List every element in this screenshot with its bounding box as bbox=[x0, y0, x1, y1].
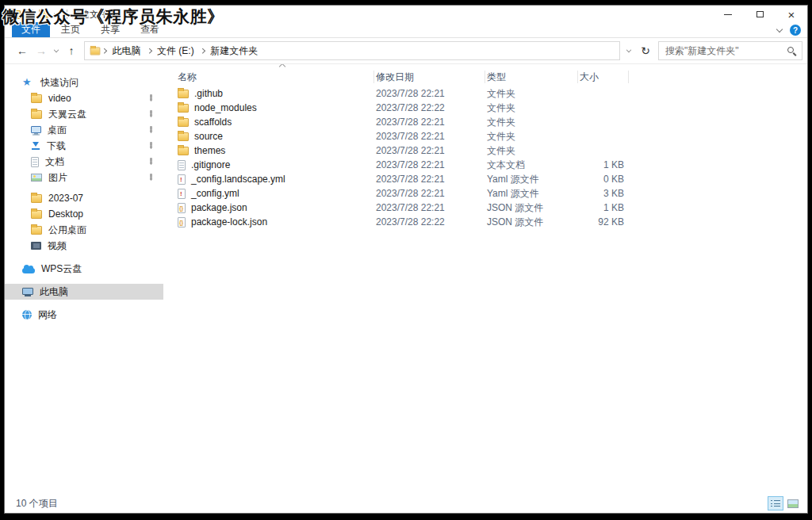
file-name: package.json bbox=[191, 202, 247, 213]
sidebar-item-label: 公用桌面 bbox=[48, 224, 86, 237]
column-headers: 名称 修改日期 类型 大小 bbox=[176, 69, 807, 85]
sidebar-item-label: 天翼云盘 bbox=[48, 108, 86, 121]
maximize-button[interactable] bbox=[744, 6, 776, 23]
table-row[interactable]: package.json 2023/7/28 22:21 JSON 源文件 1 … bbox=[176, 201, 807, 215]
recent-locations-chevron[interactable] bbox=[51, 41, 62, 60]
pin-icon[interactable] bbox=[147, 142, 155, 150]
sidebar-item[interactable]: 文档 bbox=[5, 154, 163, 170]
column-header-size[interactable]: 大小 bbox=[578, 71, 629, 83]
search-input[interactable] bbox=[665, 45, 787, 56]
chevron-down-icon bbox=[626, 47, 631, 52]
breadcrumb-this-pc[interactable]: 此电脑 bbox=[108, 44, 146, 58]
file-type: Yaml 源文件 bbox=[485, 173, 578, 186]
computer-icon bbox=[22, 288, 33, 295]
forward-button[interactable]: → bbox=[32, 41, 51, 60]
watermark-text: 微信公众号《程序员朱永胜》 bbox=[2, 6, 224, 28]
file-rows: .github 2023/7/28 22:21 文件夹 node_modules… bbox=[176, 86, 807, 229]
table-row[interactable]: scaffolds 2023/7/28 22:21 文件夹 bbox=[176, 115, 807, 129]
address-dropdown-button[interactable] bbox=[622, 41, 636, 60]
sidebar-item[interactable]: 网络 bbox=[5, 307, 163, 323]
sidebar-item[interactable]: 下载 bbox=[5, 138, 163, 154]
sidebar-item[interactable]: 视频 bbox=[5, 238, 163, 254]
sidebar-item[interactable]: WPS云盘 bbox=[5, 261, 163, 277]
refresh-button[interactable]: ↻ bbox=[636, 41, 655, 60]
column-header-date[interactable]: 修改日期 bbox=[374, 71, 485, 83]
folder-icon bbox=[178, 147, 189, 155]
pin-icon[interactable] bbox=[147, 174, 155, 182]
sidebar-item[interactable]: 2023-07 bbox=[5, 190, 163, 206]
table-row[interactable]: node_modules 2023/7/28 22:22 文件夹 bbox=[176, 101, 807, 115]
large-icons-view-icon bbox=[787, 499, 799, 508]
column-header-type[interactable]: 类型 bbox=[485, 71, 578, 83]
sidebar-item[interactable]: video bbox=[5, 90, 163, 106]
json-file-icon bbox=[178, 217, 186, 228]
star-icon bbox=[22, 77, 34, 89]
address-folder-icon bbox=[90, 48, 101, 55]
sidebar-item[interactable]: 桌面 bbox=[5, 122, 163, 138]
sidebar-item-label: 图片 bbox=[48, 171, 67, 185]
file-name: source bbox=[194, 131, 223, 142]
file-date-modified: 2023/7/28 22:21 bbox=[374, 117, 485, 128]
search-icon[interactable] bbox=[787, 46, 797, 56]
main-content: 快速访问 video 天翼云盘 桌面 下载 文档 图片 2023-07 Desk… bbox=[5, 64, 807, 494]
sidebar-item[interactable]: 快速访问 bbox=[5, 75, 163, 90]
sidebar-item-label: Desktop bbox=[48, 208, 83, 220]
file-name: themes bbox=[194, 145, 225, 156]
folder-icon bbox=[31, 210, 42, 219]
up-button[interactable]: ↑ bbox=[62, 41, 81, 60]
sidebar-item[interactable]: 此电脑 bbox=[5, 284, 163, 300]
network-icon bbox=[22, 310, 32, 319]
pin-icon[interactable] bbox=[147, 94, 155, 102]
table-row[interactable]: .gitignore 2023/7/28 22:21 文本文档 1 KB bbox=[176, 158, 807, 172]
status-bar: 10 个项目 bbox=[5, 494, 807, 513]
sidebar-item-label: 2023-07 bbox=[48, 193, 83, 204]
file-type: 文件夹 bbox=[485, 87, 578, 101]
expand-ribbon-chevron-icon[interactable] bbox=[776, 25, 783, 32]
pin-icon[interactable] bbox=[147, 110, 155, 118]
sidebar-item-label: 此电脑 bbox=[40, 285, 68, 299]
file-date-modified: 2023/7/28 22:21 bbox=[374, 131, 485, 142]
chevron-down-icon bbox=[54, 47, 59, 52]
column-header-name[interactable]: 名称 bbox=[176, 71, 374, 83]
large-icons-view-button[interactable] bbox=[785, 496, 801, 510]
breadcrumb-current-folder[interactable]: 新建文件夹 bbox=[205, 44, 262, 58]
sidebar-item[interactable]: 天翼云盘 bbox=[5, 106, 163, 122]
sidebar-item[interactable]: 图片 bbox=[5, 170, 163, 185]
sidebar-item[interactable]: 公用桌面 bbox=[5, 222, 163, 238]
minimize-icon bbox=[724, 14, 732, 15]
video-icon bbox=[31, 242, 41, 250]
close-icon: × bbox=[788, 9, 795, 21]
file-name: _config.yml bbox=[191, 188, 239, 199]
desktop-icon bbox=[31, 126, 41, 133]
address-bar[interactable]: 此电脑 文件 (E:) 新建文件夹 bbox=[84, 41, 620, 60]
screen: 新建文件夹 × 文件 主页 共享 查看 ? ← → ↑ bbox=[0, 0, 812, 520]
sidebar-item-label: 快速访问 bbox=[40, 76, 79, 90]
table-row[interactable]: source 2023/7/28 22:21 文件夹 bbox=[176, 129, 807, 143]
file-date-modified: 2023/7/28 22:21 bbox=[374, 174, 485, 185]
pin-icon[interactable] bbox=[147, 126, 155, 134]
minimize-button[interactable] bbox=[712, 6, 744, 23]
breadcrumb-drive-e[interactable]: 文件 (E:) bbox=[152, 44, 199, 58]
close-button[interactable]: × bbox=[776, 6, 807, 23]
details-view-icon bbox=[771, 499, 780, 507]
table-row[interactable]: package-lock.json 2023/7/28 22:22 JSON 源… bbox=[176, 215, 807, 229]
pin-icon[interactable] bbox=[147, 158, 155, 166]
table-row[interactable]: _config.yml 2023/7/28 22:21 Yaml 源文件 3 K… bbox=[176, 186, 807, 201]
table-row[interactable]: .github 2023/7/28 22:21 文件夹 bbox=[176, 86, 807, 101]
picture-icon bbox=[31, 174, 42, 182]
help-icon[interactable]: ? bbox=[790, 25, 801, 36]
details-view-button[interactable] bbox=[768, 496, 783, 510]
sidebar-item-label: 下载 bbox=[47, 140, 66, 153]
file-name: node_modules bbox=[194, 102, 257, 113]
file-date-modified: 2023/7/28 22:22 bbox=[374, 216, 485, 228]
download-icon bbox=[31, 141, 40, 151]
file-type: 文件夹 bbox=[485, 116, 578, 129]
sidebar-item[interactable]: Desktop bbox=[5, 206, 163, 222]
document-icon bbox=[31, 157, 39, 167]
folder-icon bbox=[178, 90, 189, 98]
back-button[interactable]: ← bbox=[13, 41, 32, 60]
table-row[interactable]: _config.landscape.yml 2023/7/28 22:21 Ya… bbox=[176, 172, 807, 186]
table-row[interactable]: themes 2023/7/28 22:21 文件夹 bbox=[176, 143, 807, 158]
text-file-icon bbox=[178, 160, 186, 170]
file-name: .gitignore bbox=[191, 159, 230, 170]
